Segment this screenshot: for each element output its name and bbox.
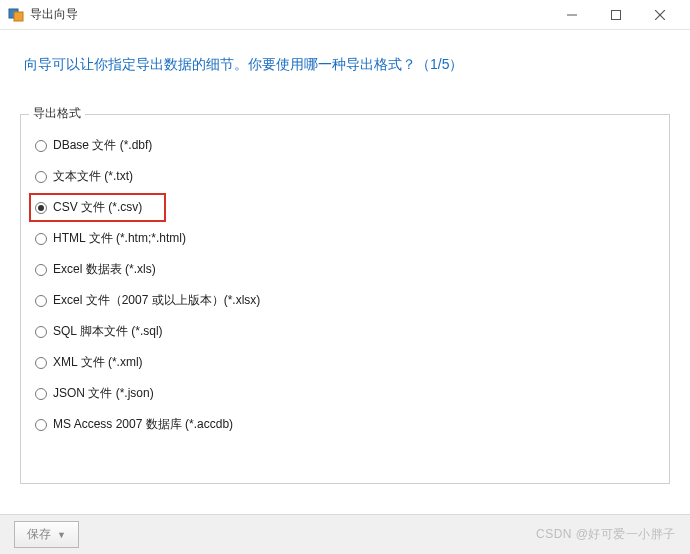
save-button-label: 保存 bbox=[27, 526, 51, 543]
save-button[interactable]: 保存 ▼ bbox=[14, 521, 79, 548]
radio-icon bbox=[35, 171, 47, 183]
radio-icon bbox=[35, 233, 47, 245]
radio-icon bbox=[35, 264, 47, 276]
footer: 保存 ▼ CSDN @好可爱一小胖子 bbox=[0, 514, 690, 554]
chevron-down-icon: ▼ bbox=[57, 530, 66, 540]
radio-label: DBase 文件 (*.dbf) bbox=[53, 137, 152, 154]
window-title: 导出向导 bbox=[30, 6, 550, 23]
radio-label: XML 文件 (*.xml) bbox=[53, 354, 143, 371]
radio-icon bbox=[35, 326, 47, 338]
radio-option-sql[interactable]: SQL 脚本文件 (*.sql) bbox=[29, 317, 169, 346]
radio-option-txt[interactable]: 文本文件 (*.txt) bbox=[29, 162, 139, 191]
close-button[interactable] bbox=[638, 1, 682, 29]
radio-icon bbox=[35, 388, 47, 400]
watermark: CSDN @好可爱一小胖子 bbox=[536, 526, 676, 543]
radio-icon bbox=[35, 357, 47, 369]
radio-label: HTML 文件 (*.htm;*.html) bbox=[53, 230, 186, 247]
radio-option-xml[interactable]: XML 文件 (*.xml) bbox=[29, 348, 149, 377]
radio-icon bbox=[35, 295, 47, 307]
radio-icon bbox=[35, 202, 47, 214]
radio-option-dbf[interactable]: DBase 文件 (*.dbf) bbox=[29, 131, 158, 160]
minimize-button[interactable] bbox=[550, 1, 594, 29]
app-icon bbox=[8, 7, 24, 23]
window-controls bbox=[550, 1, 682, 29]
radio-label: 文本文件 (*.txt) bbox=[53, 168, 133, 185]
group-label: 导出格式 bbox=[29, 105, 85, 122]
wizard-prompt: 向导可以让你指定导出数据的细节。你要使用哪一种导出格式？（1/5） bbox=[0, 30, 690, 84]
radio-option-xlsx[interactable]: Excel 文件（2007 或以上版本）(*.xlsx) bbox=[29, 286, 266, 315]
svg-rect-1 bbox=[14, 12, 23, 21]
footer-left: 保存 ▼ bbox=[14, 521, 79, 548]
radio-option-csv[interactable]: CSV 文件 (*.csv) bbox=[29, 193, 166, 222]
radio-icon bbox=[35, 140, 47, 152]
titlebar: 导出向导 bbox=[0, 0, 690, 30]
radio-option-html[interactable]: HTML 文件 (*.htm;*.html) bbox=[29, 224, 192, 253]
radio-label: Excel 文件（2007 或以上版本）(*.xlsx) bbox=[53, 292, 260, 309]
radio-label: Excel 数据表 (*.xls) bbox=[53, 261, 156, 278]
radio-label: CSV 文件 (*.csv) bbox=[53, 199, 142, 216]
radio-option-json[interactable]: JSON 文件 (*.json) bbox=[29, 379, 160, 408]
radio-label: SQL 脚本文件 (*.sql) bbox=[53, 323, 163, 340]
svg-rect-3 bbox=[612, 10, 621, 19]
radio-icon bbox=[35, 419, 47, 431]
radio-option-xls[interactable]: Excel 数据表 (*.xls) bbox=[29, 255, 162, 284]
radio-option-accdb[interactable]: MS Access 2007 数据库 (*.accdb) bbox=[29, 410, 239, 439]
radio-label: JSON 文件 (*.json) bbox=[53, 385, 154, 402]
radio-label: MS Access 2007 数据库 (*.accdb) bbox=[53, 416, 233, 433]
export-format-group: 导出格式 DBase 文件 (*.dbf) 文本文件 (*.txt) CSV 文… bbox=[20, 114, 670, 484]
maximize-button[interactable] bbox=[594, 1, 638, 29]
